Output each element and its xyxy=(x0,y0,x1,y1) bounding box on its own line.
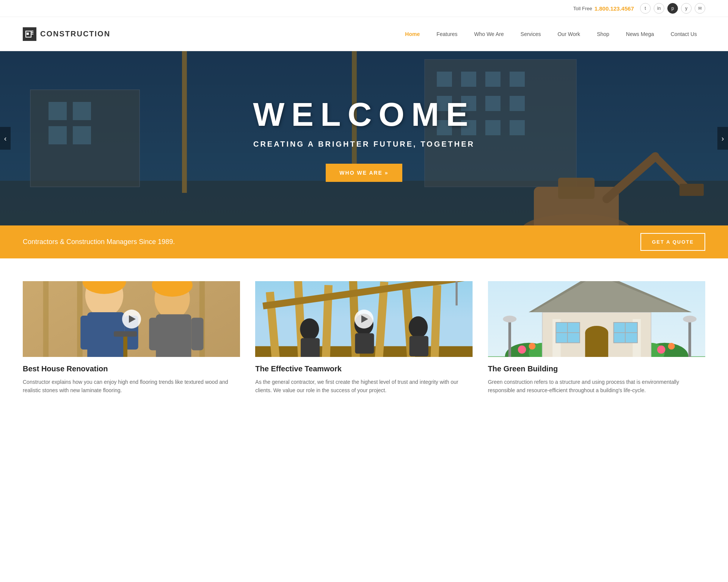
svg-point-72 xyxy=(409,316,428,338)
svg-rect-54 xyxy=(191,318,203,350)
svg-rect-74 xyxy=(456,281,458,305)
svg-rect-48 xyxy=(80,316,94,350)
svg-point-106 xyxy=(683,316,697,322)
svg-rect-103 xyxy=(508,319,511,357)
card-1-title: Best House Renovation xyxy=(23,365,240,373)
phone-number[interactable]: 1.800.123.4567 xyxy=(595,5,634,12)
card-2-play-button[interactable] xyxy=(355,310,373,329)
svg-point-101 xyxy=(657,346,665,354)
nav-shop[interactable]: Shop xyxy=(588,27,618,41)
svg-rect-1 xyxy=(27,33,29,35)
hero-prev-arrow[interactable]: ‹ xyxy=(0,127,11,150)
hero-next-arrow[interactable]: › xyxy=(717,127,728,150)
banner-section: Contractors & Construction Managers Sinc… xyxy=(0,225,728,258)
card-teamwork: The Effective Teamwork As the general co… xyxy=(255,281,472,395)
header: CONSTRUCTION Home Features Who We Are Se… xyxy=(0,17,728,51)
card-2-title: The Effective Teamwork xyxy=(255,365,472,373)
svg-point-102 xyxy=(668,343,675,350)
hero-subtitle: CREATING A BRIGHTER FUTURE, TOGETHER xyxy=(253,140,475,149)
svg-point-104 xyxy=(503,316,516,322)
card-teamwork-image xyxy=(255,281,472,357)
card-1-play-button[interactable] xyxy=(122,310,141,329)
card-green-building: The Green Building Green construction re… xyxy=(488,281,705,395)
email-icon[interactable]: ✉ xyxy=(695,3,705,14)
hero-content: WELCOME CREATING A BRIGHTER FUTURE, TOGE… xyxy=(253,95,475,182)
svg-rect-41 xyxy=(43,281,49,357)
svg-point-92 xyxy=(585,326,608,340)
svg-point-68 xyxy=(300,318,319,340)
card-2-text: As the general contractor, we first crea… xyxy=(255,378,472,395)
get-quote-button[interactable]: GET A QUOTE xyxy=(640,233,705,251)
twitter-icon[interactable]: t xyxy=(640,3,651,14)
hero-cta-button[interactable]: WHO WE ARE » xyxy=(326,164,402,182)
hero-section: WELCOME CREATING A BRIGHTER FUTURE, TOGE… xyxy=(0,51,728,225)
svg-point-99 xyxy=(518,346,526,354)
svg-rect-69 xyxy=(301,338,320,357)
card-3-title: The Green Building xyxy=(488,365,705,373)
banner-text: Contractors & Construction Managers Sinc… xyxy=(23,238,175,246)
hero-title: WELCOME xyxy=(253,95,475,134)
svg-rect-71 xyxy=(355,333,374,354)
svg-rect-73 xyxy=(410,336,428,357)
svg-rect-105 xyxy=(688,319,691,357)
nav-services[interactable]: Services xyxy=(512,27,549,41)
logo[interactable]: CONSTRUCTION xyxy=(23,27,110,41)
card-1-text: Constructor explains how you can enjoy h… xyxy=(23,378,240,395)
card-3-text: Green construction refers to a structure… xyxy=(488,378,705,395)
card-renovation: Best House Renovation Constructor explai… xyxy=(23,281,240,395)
nav-features[interactable]: Features xyxy=(428,27,466,41)
card-green-image xyxy=(488,281,705,357)
yelp-icon[interactable]: y xyxy=(681,3,692,14)
pinterest-icon[interactable]: p xyxy=(667,3,678,14)
nav-news-mega[interactable]: News Mega xyxy=(618,27,662,41)
top-bar: Toll Free 1.800.123.4567 t in p y ✉ xyxy=(0,0,728,17)
nav-our-work[interactable]: Our Work xyxy=(549,27,588,41)
cards-section: Best House Renovation Constructor explai… xyxy=(0,258,728,410)
card-renovation-image xyxy=(23,281,240,357)
nav-who-we-are[interactable]: Who We Are xyxy=(466,27,512,41)
social-icons: t in p y ✉ xyxy=(640,3,705,14)
logo-text: CONSTRUCTION xyxy=(40,30,110,38)
svg-point-100 xyxy=(529,343,535,350)
main-nav: Home Features Who We Are Services Our Wo… xyxy=(397,27,705,41)
svg-rect-57 xyxy=(114,331,137,336)
toll-free-label: Toll Free xyxy=(573,6,592,11)
nav-home[interactable]: Home xyxy=(397,27,428,41)
nav-contact-us[interactable]: Contact Us xyxy=(662,27,705,41)
linkedin-icon[interactable]: in xyxy=(654,3,664,14)
logo-icon xyxy=(23,27,36,41)
svg-rect-53 xyxy=(149,318,161,350)
